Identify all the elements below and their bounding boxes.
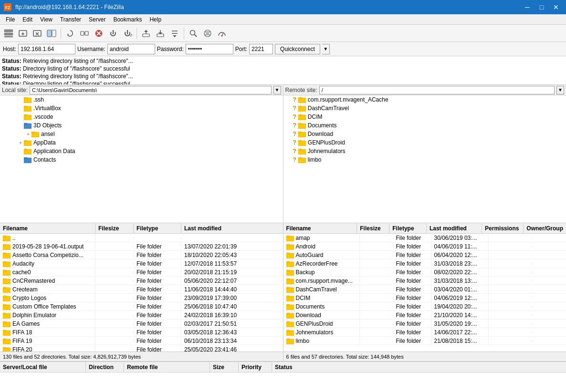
remote-tree-item-documents[interactable]: ? Documents bbox=[283, 121, 566, 130]
table-row[interactable]: Dolphin Emulator File folder 24/02/2018 … bbox=[0, 311, 283, 320]
tree-item-3dobjects[interactable]: 3D Objects bbox=[0, 121, 283, 130]
table-row[interactable]: 2019-05-28 19-06-41.output File folder 1… bbox=[0, 242, 283, 251]
queue-col-remote[interactable]: Remote file bbox=[124, 362, 210, 372]
process-queue-button[interactable] bbox=[168, 27, 181, 40]
queue-col-status[interactable]: Status bbox=[272, 362, 566, 372]
site-manager-button[interactable] bbox=[2, 27, 15, 40]
table-row[interactable]: com.rsupport.mvage... File folder 31/03/… bbox=[283, 277, 566, 285]
table-row[interactable]: FIFA 19 File folder 06/10/2018 23:13:34 bbox=[0, 337, 283, 345]
remote-tree-item-limbo[interactable]: ? limbo bbox=[283, 155, 566, 164]
queue-col-priority[interactable]: Priority bbox=[239, 362, 272, 372]
reconnect-button[interactable]: ↺ bbox=[121, 27, 134, 40]
synchronize-button[interactable] bbox=[78, 27, 91, 40]
table-row[interactable]: GENPlusDroid File folder 31/05/2020 19:.… bbox=[283, 320, 566, 328]
remote-tree-item-dcim[interactable]: ? DCIM bbox=[283, 113, 566, 121]
local-path-dropdown[interactable]: ▼ bbox=[273, 86, 281, 94]
remote-col-lastmod[interactable]: Last modified bbox=[427, 224, 482, 233]
minimize-button[interactable]: ─ bbox=[521, 2, 534, 12]
remote-col-permissions[interactable]: Permissions bbox=[482, 224, 524, 233]
tree-item-appdata[interactable]: + AppData bbox=[0, 138, 283, 147]
table-row[interactable]: DashCamTravel File folder 03/04/2020 01:… bbox=[283, 285, 566, 294]
quickconnect-dropdown[interactable]: ▼ bbox=[322, 44, 330, 54]
table-row[interactable]: Documents File folder 19/04/2020 20:... bbox=[283, 302, 566, 311]
local-col-filetype[interactable]: Filetype bbox=[134, 224, 181, 233]
close-button[interactable]: ✕ bbox=[550, 2, 562, 12]
local-path-input[interactable] bbox=[30, 86, 271, 94]
table-row[interactable]: Audacity File folder 12/07/2018 11:53:57 bbox=[0, 259, 283, 268]
remote-tree-view[interactable]: ? com.rsupport.mvagent_ACache ? DashCamT… bbox=[283, 95, 566, 223]
table-row[interactable]: limbo File folder 21/08/2018 15:... bbox=[283, 337, 566, 345]
table-row[interactable]: FIFA 18 File folder 03/05/2018 12:36:43 bbox=[0, 328, 283, 337]
remote-path-input[interactable] bbox=[319, 86, 555, 94]
tree-item-contacts[interactable]: Contacts bbox=[0, 155, 283, 164]
expand-appdata[interactable]: + bbox=[17, 140, 24, 145]
table-row[interactable]: CnCRemastered File folder 05/06/2020 22:… bbox=[0, 277, 283, 285]
table-row[interactable]: EA Games File folder 02/03/2017 21:50:51 bbox=[0, 320, 283, 328]
queue-col-server[interactable]: Server/Local file bbox=[0, 362, 86, 372]
table-row[interactable]: Assetto Corsa Competizio... File folder … bbox=[0, 251, 283, 259]
remote-tree-item-johnemulators[interactable]: ? Johnemulators bbox=[283, 147, 566, 155]
search-button[interactable] bbox=[187, 27, 200, 40]
local-file-list[interactable]: .. 2019-05-28 19-06-41.output File folde… bbox=[0, 234, 283, 351]
table-row[interactable]: AutoGuard File folder 06/04/2020 12:... bbox=[283, 251, 566, 259]
close-tab-button[interactable] bbox=[31, 27, 44, 40]
disconnect-button[interactable] bbox=[106, 27, 120, 40]
remote-tree-item-download[interactable]: ? Download bbox=[283, 130, 566, 138]
remote-tree-item-com-rsupport[interactable]: ? com.rsupport.mvagent_ACache bbox=[283, 95, 566, 104]
menu-server[interactable]: Server bbox=[85, 15, 109, 24]
username-input[interactable] bbox=[107, 44, 155, 54]
host-input[interactable] bbox=[18, 44, 75, 54]
table-row[interactable]: FIFA 20 File folder 25/05/2020 23:41:46 bbox=[0, 345, 283, 351]
remote-col-owner[interactable]: Owner/Group bbox=[524, 224, 566, 233]
menu-help[interactable]: Help bbox=[146, 15, 165, 24]
tree-item-vscode[interactable]: .vscode bbox=[0, 113, 283, 121]
menu-file[interactable]: File bbox=[2, 15, 19, 24]
tree-item-virtualbox[interactable]: .VirtualBox bbox=[0, 104, 283, 113]
local-col-filename[interactable]: Filename bbox=[0, 224, 95, 233]
tree-item-ssh[interactable]: .ssh bbox=[0, 95, 283, 104]
table-row[interactable]: Custom Office Templates File folder 25/0… bbox=[0, 302, 283, 311]
table-row[interactable]: Android File folder 04/06/2019 11:... bbox=[283, 242, 566, 251]
menu-edit[interactable]: Edit bbox=[19, 15, 36, 24]
upload-button[interactable] bbox=[139, 27, 153, 40]
stop-button[interactable] bbox=[92, 27, 105, 40]
table-row[interactable]: Johnemulators File folder 14/06/2017 22:… bbox=[283, 328, 566, 337]
show-local-button[interactable] bbox=[45, 27, 58, 40]
refresh-button[interactable] bbox=[63, 27, 77, 40]
remote-tree-item-dashcam[interactable]: ? DashCamTravel bbox=[283, 104, 566, 113]
quickconnect-button[interactable]: Quickconnect bbox=[275, 44, 320, 54]
remote-col-filetype[interactable]: Filetype bbox=[389, 224, 427, 233]
port-input[interactable] bbox=[249, 44, 273, 54]
speedlimit-button[interactable] bbox=[215, 27, 229, 40]
tree-item-ansel[interactable]: + ansel bbox=[0, 130, 283, 138]
table-row[interactable]: AzRecorderFree File folder 31/03/2018 23… bbox=[283, 259, 566, 268]
local-col-filesize[interactable]: Filesize bbox=[95, 224, 134, 233]
table-row[interactable]: Crypto Logos File folder 23/09/2019 17:3… bbox=[0, 294, 283, 302]
maximize-button[interactable]: □ bbox=[535, 2, 548, 12]
remote-path-dropdown[interactable]: ▼ bbox=[556, 86, 564, 94]
menu-view[interactable]: View bbox=[36, 15, 56, 24]
queue-col-size[interactable]: Size bbox=[210, 362, 239, 372]
table-row[interactable]: Download File folder 21/10/2020 14:... bbox=[283, 311, 566, 320]
table-row[interactable]: cache0 File folder 20/02/2018 21:15:19 bbox=[0, 268, 283, 277]
remote-file-list[interactable]: amap File folder 30/06/2019 03:... Andro… bbox=[283, 234, 566, 351]
filter-button[interactable] bbox=[201, 27, 214, 40]
table-row[interactable]: Creoteam File folder 11/06/2018 14:44:40 bbox=[0, 285, 283, 294]
table-row[interactable]: amap File folder 30/06/2019 03:... bbox=[283, 234, 566, 242]
table-row[interactable]: DCIM File folder 04/06/2019 12:... bbox=[283, 294, 566, 302]
remote-col-filesize[interactable]: Filesize bbox=[357, 224, 389, 233]
local-tree-view[interactable]: .ssh .VirtualBox .vscode bbox=[0, 95, 283, 223]
password-input[interactable] bbox=[186, 44, 233, 54]
queue-col-direction[interactable]: Direction bbox=[86, 362, 124, 372]
download-button[interactable] bbox=[154, 27, 167, 40]
expand-ansel[interactable]: + bbox=[25, 132, 31, 137]
table-row[interactable]: Backup File folder 08/02/2020 22:... bbox=[283, 268, 566, 277]
tree-item-appdata2[interactable]: Application Data bbox=[0, 147, 283, 155]
new-tab-button[interactable] bbox=[16, 27, 30, 40]
table-row[interactable]: .. bbox=[0, 234, 283, 242]
remote-col-filename[interactable]: Filename bbox=[283, 224, 357, 233]
remote-tree-item-genplusdroid[interactable]: ? GENPlusDroid bbox=[283, 138, 566, 147]
menu-transfer[interactable]: Transfer bbox=[56, 15, 85, 24]
local-col-lastmod[interactable]: Last modified bbox=[181, 224, 283, 233]
menu-bookmarks[interactable]: Bookmarks bbox=[109, 15, 146, 24]
